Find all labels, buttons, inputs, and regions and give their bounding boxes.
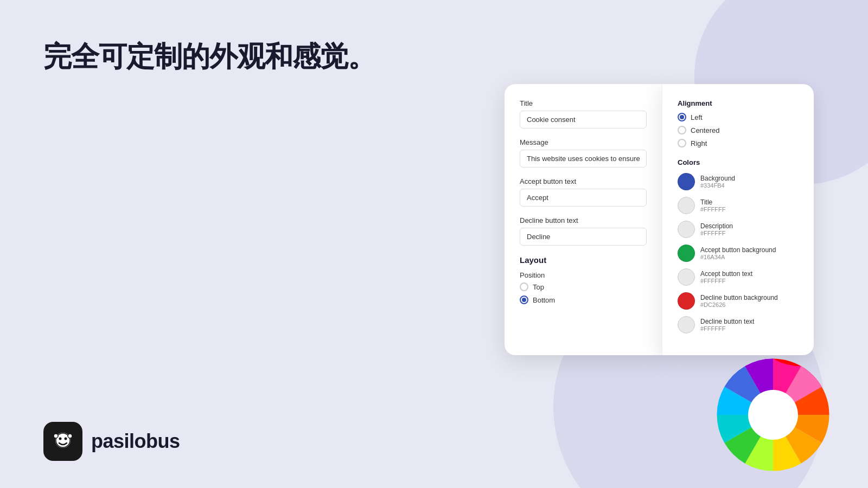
position-top-radio[interactable]: Top [520, 282, 647, 291]
color-swatch-description [678, 221, 695, 238]
color-info-accept-bg: Accept button background #16A34A [700, 246, 776, 260]
color-hex-title: #FFFFFF [700, 206, 725, 213]
color-info-decline-bg: Decline button background #DC2626 [700, 294, 778, 308]
color-info-title: Title #FFFFFF [700, 198, 725, 213]
position-label: Position [520, 271, 647, 279]
position-top-radio-outer [520, 282, 528, 291]
logo-area: pasilobus [43, 422, 180, 461]
title-input[interactable] [520, 111, 647, 129]
alignment-left-radio[interactable]: Left [678, 113, 799, 121]
svg-point-6 [748, 390, 798, 440]
page-title: 完全可定制的外观和感觉。 [43, 38, 375, 76]
alignment-centered-outer [678, 126, 686, 134]
color-info-decline-text: Decline button text #FFFFFF [700, 318, 754, 332]
color-swatch-decline-text [678, 316, 695, 333]
title-field-group: Title [520, 99, 647, 129]
alignment-title: Alignment [678, 99, 799, 107]
alignment-left-outer [678, 113, 686, 121]
decline-button-label: Decline button text [520, 216, 647, 224]
color-swatch-title [678, 197, 695, 214]
color-info-description: Description #FFFFFF [700, 222, 733, 236]
color-hex-decline-text: #FFFFFF [700, 325, 754, 332]
color-row-accept-bg[interactable]: Accept button background #16A34A [678, 245, 799, 262]
logo-text: pasilobus [91, 430, 180, 453]
color-name-accept-text: Accept button text [700, 270, 752, 278]
alignment-left-inner [680, 115, 684, 119]
alignment-section: Alignment Left Centered Right [678, 99, 799, 147]
color-info-background: Background #334FB4 [700, 175, 735, 189]
color-row-title[interactable]: Title #FFFFFF [678, 197, 799, 214]
color-hex-decline-bg: #DC2626 [700, 301, 778, 308]
settings-card: Alignment Left Centered Right Colors [662, 84, 814, 355]
color-hex-background: #334FB4 [700, 182, 735, 189]
form-card: Title Message Accept button text Decline… [505, 84, 662, 355]
message-label: Message [520, 138, 647, 146]
color-wheel[interactable] [711, 352, 835, 477]
color-name-accept-bg: Accept button background [700, 246, 776, 254]
color-hex-accept-bg: #16A34A [700, 254, 776, 260]
color-hex-accept-text: #FFFFFF [700, 278, 752, 284]
color-row-accept-text[interactable]: Accept button text #FFFFFF [678, 268, 799, 286]
alignment-centered-label: Centered [691, 126, 719, 134]
color-name-description: Description [700, 222, 733, 230]
svg-point-4 [54, 434, 58, 438]
color-row-decline-bg[interactable]: Decline button background #DC2626 [678, 292, 799, 310]
position-bottom-radio-inner [522, 298, 526, 302]
color-swatch-decline-bg [678, 292, 695, 310]
color-name-title: Title [700, 198, 725, 206]
color-row-decline-text[interactable]: Decline button text #FFFFFF [678, 316, 799, 333]
position-bottom-radio[interactable]: Bottom [520, 296, 647, 304]
color-swatch-accept-bg [678, 245, 695, 262]
color-info-accept-text: Accept button text #FFFFFF [700, 270, 752, 284]
color-swatch-background [678, 173, 695, 190]
decline-button-input[interactable] [520, 228, 647, 246]
svg-point-5 [68, 434, 72, 438]
position-group: Top Bottom [520, 282, 647, 304]
color-name-background: Background [700, 175, 735, 182]
logo-icon [43, 422, 82, 461]
layout-group: Layout Position Top Bottom [520, 255, 647, 304]
title-label: Title [520, 99, 647, 107]
layout-title: Layout [520, 255, 647, 265]
color-name-decline-text: Decline button text [700, 318, 754, 325]
message-input[interactable] [520, 150, 647, 168]
accept-button-label: Accept button text [520, 177, 647, 185]
decline-button-field-group: Decline button text [520, 216, 647, 246]
alignment-right-radio[interactable]: Right [678, 139, 799, 147]
color-row-background[interactable]: Background #334FB4 [678, 173, 799, 190]
alignment-centered-radio[interactable]: Centered [678, 126, 799, 134]
position-bottom-radio-outer [520, 296, 528, 304]
color-hex-description: #FFFFFF [700, 230, 733, 236]
alignment-right-outer [678, 139, 686, 147]
colors-title: Colors [678, 158, 799, 166]
accept-button-field-group: Accept button text [520, 177, 647, 207]
alignment-left-label: Left [691, 113, 703, 121]
color-name-decline-bg: Decline button background [700, 294, 778, 301]
message-field-group: Message [520, 138, 647, 168]
accept-button-input[interactable] [520, 189, 647, 207]
position-bottom-label: Bottom [533, 296, 555, 304]
color-swatch-accept-text [678, 268, 695, 286]
cards-container: Title Message Accept button text Decline… [505, 84, 814, 355]
svg-point-2 [65, 438, 67, 440]
position-top-label: Top [533, 283, 544, 291]
alignment-right-label: Right [691, 139, 707, 147]
svg-point-1 [59, 438, 62, 440]
color-row-description[interactable]: Description #FFFFFF [678, 221, 799, 238]
colors-section: Colors Background #334FB4 Title #FFFFFF [678, 158, 799, 333]
